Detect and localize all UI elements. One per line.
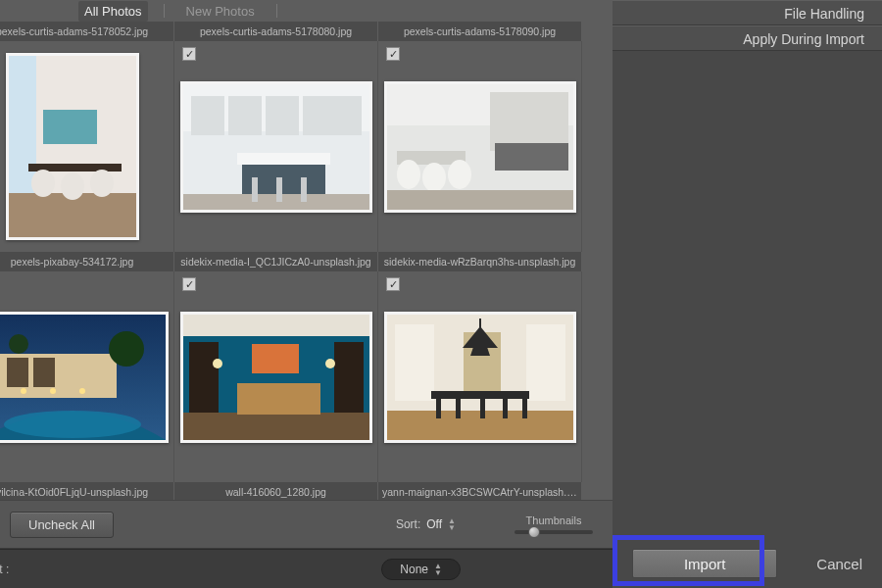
svg-rect-12 — [266, 96, 299, 135]
svg-rect-32 — [33, 358, 55, 387]
svg-rect-10 — [191, 96, 224, 135]
photo-checkbox[interactable]: ✓ — [182, 277, 196, 291]
thumbnail-image[interactable] — [180, 312, 372, 443]
photo-cell[interactable]: pexels-curtis-adams-5178090.jpg ✓ — [378, 22, 582, 252]
thumbnail-image[interactable] — [180, 81, 372, 213]
filename-label: pexels-curtis-adams-5178080.jpg — [174, 22, 378, 41]
svg-rect-3 — [43, 110, 97, 144]
photo-cell[interactable]: pexels-curtis-adams-5178052.jpg — [0, 22, 174, 252]
grid-row: vilcina-KtOid0FLjqU-unsplash.jpg wall-41… — [0, 482, 612, 500]
svg-rect-18 — [276, 177, 282, 202]
thumbnail-wrap[interactable] — [0, 271, 174, 482]
svg-point-5 — [31, 170, 55, 197]
svg-rect-40 — [183, 315, 369, 336]
svg-rect-14 — [237, 153, 330, 165]
svg-point-6 — [61, 172, 84, 200]
svg-rect-58 — [503, 399, 508, 418]
svg-rect-45 — [252, 344, 299, 373]
filename-label: pexels-pixabay-534172.jpg — [0, 252, 174, 271]
cancel-button[interactable]: Cancel — [816, 556, 862, 572]
grid-row: pexels-curtis-adams-5178052.jpg — [0, 22, 612, 252]
preset-label: eset : — [0, 563, 9, 576]
photo-cell[interactable]: sidekix-media-I_QC1JICzA0-unsplash.jpg ✓ — [174, 252, 378, 482]
thumbnail-wrap[interactable] — [0, 41, 174, 252]
svg-point-33 — [9, 334, 28, 354]
slider-handle[interactable] — [528, 526, 540, 538]
svg-rect-44 — [237, 383, 320, 415]
tab-divider — [276, 4, 277, 18]
thumbnail-image[interactable] — [0, 312, 169, 443]
footer-buttons: Import Cancel — [612, 549, 882, 578]
svg-rect-56 — [456, 399, 461, 418]
svg-point-27 — [448, 160, 471, 189]
section-file-handling[interactable]: File Handling — [612, 0, 882, 25]
photo-cell[interactable]: vilcina-KtOid0FLjqU-unsplash.jpg — [0, 482, 174, 500]
thumbnails-label: Thumbnails — [526, 514, 582, 526]
view-tabs: All Photos New Photos — [0, 0, 612, 22]
thumbnail-wrap[interactable]: ✓ — [174, 41, 378, 252]
import-button[interactable]: Import — [632, 549, 777, 578]
filename-label: vilcina-KtOid0FLjqU-unsplash.jpg — [0, 482, 174, 500]
svg-rect-11 — [228, 96, 262, 135]
svg-point-7 — [90, 170, 114, 197]
svg-rect-17 — [252, 177, 258, 202]
thumbnail-wrap[interactable]: ✓ — [378, 271, 582, 482]
photo-checkbox[interactable]: ✓ — [182, 47, 196, 61]
svg-rect-41 — [183, 413, 369, 440]
thumbnail-wrap[interactable]: ✓ — [174, 271, 378, 482]
svg-rect-31 — [7, 358, 28, 387]
import-main-area: All Photos New Photos pexels-curtis-adam… — [0, 0, 612, 588]
thumbnail-image[interactable] — [384, 312, 576, 443]
filename-label: sidekix-media-wRzBarqn3hs-unsplash.jpg — [378, 252, 582, 271]
filename-label: pexels-curtis-adams-5178052.jpg — [0, 22, 174, 41]
svg-point-35 — [4, 411, 141, 438]
sort-arrows-icon[interactable]: ▲▼ — [448, 517, 456, 531]
svg-point-36 — [21, 388, 26, 394]
thumbnail-image[interactable] — [384, 81, 576, 213]
photo-cell[interactable]: pexels-pixabay-534172.jpg — [0, 252, 174, 482]
import-side-panel: File Handling Apply During Import Import… — [612, 0, 882, 588]
svg-point-26 — [422, 163, 446, 192]
svg-rect-28 — [387, 190, 573, 210]
tab-divider — [164, 4, 165, 18]
sort-value[interactable]: Off — [426, 517, 442, 531]
svg-point-34 — [109, 331, 144, 367]
svg-rect-57 — [480, 399, 485, 418]
preset-strip: eset : None ▲▼ — [0, 549, 612, 588]
preset-value: None — [400, 563, 428, 576]
filename-label: wall-416060_1280.jpg — [174, 482, 378, 500]
svg-rect-54 — [431, 391, 529, 399]
grid-row: pexels-pixabay-534172.jpg — [0, 252, 612, 482]
thumbnail-wrap[interactable]: ✓ — [378, 41, 582, 252]
svg-rect-23 — [495, 143, 568, 171]
photo-checkbox[interactable]: ✓ — [386, 47, 400, 61]
photo-cell[interactable]: pexels-curtis-adams-5178080.jpg ✓ — [174, 22, 378, 252]
photo-cell[interactable]: wall-416060_1280.jpg — [174, 482, 378, 500]
svg-rect-55 — [436, 399, 441, 418]
svg-point-46 — [213, 359, 222, 368]
filename-label: sidekix-media-I_QC1JICzA0-unsplash.jpg — [174, 252, 378, 271]
svg-rect-51 — [526, 324, 565, 401]
svg-rect-59 — [522, 399, 527, 418]
section-apply-during-import[interactable]: Apply During Import — [612, 25, 882, 51]
photo-cell[interactable]: sidekix-media-wRzBarqn3hs-unsplash.jpg ✓ — [378, 252, 582, 482]
svg-point-38 — [79, 388, 85, 394]
photo-cell[interactable]: yann-maignan-x3BCSWCAtrY-unsplash.jpg — [378, 482, 582, 500]
uncheck-all-button[interactable]: Uncheck All — [10, 512, 114, 538]
thumbnail-size-control: Thumbnails — [514, 514, 593, 534]
sort-control[interactable]: Sort: Off ▲▼ — [396, 517, 456, 531]
photo-checkbox[interactable]: ✓ — [386, 277, 400, 291]
grid-toolbar: Uncheck All Sort: Off ▲▼ Thumbnails — [0, 500, 612, 549]
svg-rect-1 — [9, 56, 36, 193]
thumbnail-size-slider[interactable] — [514, 530, 593, 534]
tab-all-photos[interactable]: All Photos — [78, 1, 148, 22]
tab-new-photos[interactable]: New Photos — [180, 1, 261, 22]
preset-dropdown[interactable]: None ▲▼ — [381, 559, 461, 580]
thumbnail-image[interactable] — [6, 53, 139, 240]
dropdown-arrows-icon: ▲▼ — [434, 563, 442, 576]
svg-rect-42 — [189, 342, 219, 413]
photo-grid: pexels-curtis-adams-5178052.jpg — [0, 22, 612, 500]
svg-point-37 — [50, 388, 56, 394]
svg-point-47 — [325, 359, 335, 368]
svg-rect-13 — [303, 96, 362, 135]
